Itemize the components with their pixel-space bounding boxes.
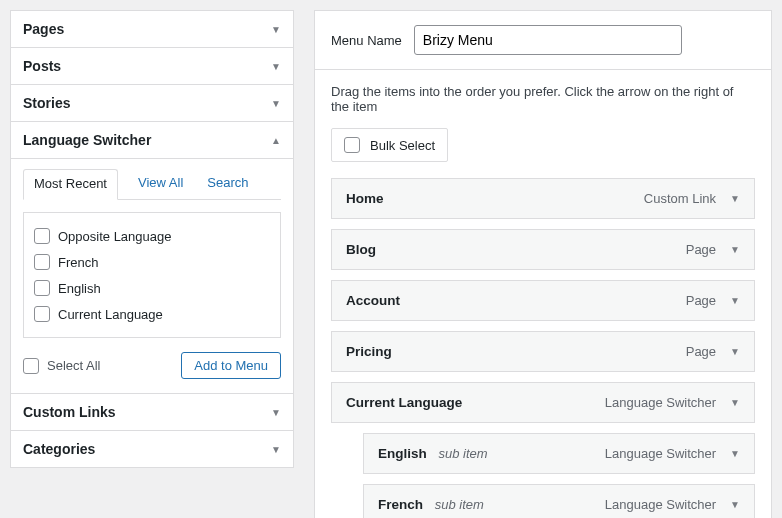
bulk-select-control[interactable]: Bulk Select: [331, 128, 448, 162]
list-item[interactable]: Current Language: [34, 301, 270, 327]
chevron-down-icon[interactable]: ▼: [730, 499, 740, 510]
menu-item-home[interactable]: Home Custom Link ▼: [331, 178, 755, 219]
menu-item-french[interactable]: French sub item Language Switcher ▼: [363, 484, 755, 518]
chevron-down-icon: ▼: [271, 24, 281, 35]
menu-item-type: Language Switcher: [605, 395, 716, 410]
checkbox-label: English: [58, 281, 101, 296]
checkbox[interactable]: [34, 280, 50, 296]
menu-item-title: French sub item: [378, 497, 484, 512]
sub-item-label: sub item: [439, 446, 488, 461]
metabox-posts: Posts ▼: [10, 47, 294, 85]
list-item[interactable]: English: [34, 275, 270, 301]
chevron-down-icon[interactable]: ▼: [730, 244, 740, 255]
checkbox[interactable]: [23, 358, 39, 374]
menu-item-type: Page: [686, 242, 716, 257]
menu-item-account[interactable]: Account Page ▼: [331, 280, 755, 321]
sub-item-label: sub item: [435, 497, 484, 512]
metabox-language-switcher: Language Switcher ▲ Most Recent View All…: [10, 121, 294, 394]
menu-name-label: Menu Name: [331, 33, 402, 48]
menu-item-title: Account: [346, 293, 400, 308]
menu-item-title: Home: [346, 191, 384, 206]
checkbox[interactable]: [344, 137, 360, 153]
metabox-header-custom-links[interactable]: Custom Links ▼: [11, 394, 293, 430]
menu-item-current-language[interactable]: Current Language Language Switcher ▼: [331, 382, 755, 423]
metabox-body-language-switcher: Most Recent View All Search Opposite Lan…: [11, 158, 293, 393]
chevron-down-icon[interactable]: ▼: [730, 295, 740, 306]
metabox-pages: Pages ▼: [10, 10, 294, 48]
menu-item-title: Blog: [346, 242, 376, 257]
menu-item-type: Custom Link: [644, 191, 716, 206]
list-item[interactable]: French: [34, 249, 270, 275]
checkbox-label: Opposite Language: [58, 229, 171, 244]
metabox-header-stories[interactable]: Stories ▼: [11, 85, 293, 121]
chevron-down-icon: ▼: [271, 444, 281, 455]
menu-items-area: Home Custom Link ▼ Blog Page ▼ Account P…: [315, 178, 771, 518]
chevron-down-icon[interactable]: ▼: [730, 397, 740, 408]
metabox-footer: Select All Add to Menu: [23, 352, 281, 379]
tab-search[interactable]: Search: [203, 169, 252, 199]
instruction-text: Drag the items into the order you prefer…: [315, 70, 771, 122]
select-all-control[interactable]: Select All: [23, 358, 100, 374]
metabox-title: Categories: [23, 441, 95, 457]
chevron-down-icon: ▼: [271, 61, 281, 72]
menu-item-blog[interactable]: Blog Page ▼: [331, 229, 755, 270]
metabox-title: Language Switcher: [23, 132, 151, 148]
main-header: Menu Name: [315, 11, 771, 70]
metabox-header-language-switcher[interactable]: Language Switcher ▲: [11, 122, 293, 158]
chevron-down-icon[interactable]: ▼: [730, 448, 740, 459]
menu-item-type: Language Switcher: [605, 446, 716, 461]
metabox-title: Stories: [23, 95, 70, 111]
sidebar: Pages ▼ Posts ▼ Stories ▼ Language Switc…: [10, 10, 294, 518]
bulk-select-row: Bulk Select: [315, 122, 771, 178]
checkbox[interactable]: [34, 228, 50, 244]
menu-item-title: English sub item: [378, 446, 488, 461]
add-to-menu-button[interactable]: Add to Menu: [181, 352, 281, 379]
metabox-title: Pages: [23, 21, 64, 37]
metabox-header-categories[interactable]: Categories ▼: [11, 431, 293, 467]
checkbox-label: Current Language: [58, 307, 163, 322]
metabox-stories: Stories ▼: [10, 84, 294, 122]
checkbox-list: Opposite Language French English Current…: [23, 212, 281, 338]
bulk-select-label: Bulk Select: [370, 138, 435, 153]
chevron-down-icon: ▼: [271, 407, 281, 418]
chevron-down-icon: ▼: [271, 98, 281, 109]
list-item[interactable]: Opposite Language: [34, 223, 270, 249]
menu-item-title: Pricing: [346, 344, 392, 359]
main-panel: Menu Name Drag the items into the order …: [314, 10, 772, 518]
menu-name-input[interactable]: [414, 25, 682, 55]
chevron-down-icon[interactable]: ▼: [730, 346, 740, 357]
metabox-categories: Categories ▼: [10, 430, 294, 468]
checkbox-label: French: [58, 255, 98, 270]
chevron-up-icon: ▲: [271, 135, 281, 146]
tabs: Most Recent View All Search: [23, 169, 281, 200]
menu-item-type: Page: [686, 344, 716, 359]
metabox-custom-links: Custom Links ▼: [10, 393, 294, 431]
metabox-header-pages[interactable]: Pages ▼: [11, 11, 293, 47]
menu-item-type: Language Switcher: [605, 497, 716, 512]
tab-view-all[interactable]: View All: [134, 169, 187, 199]
checkbox[interactable]: [34, 306, 50, 322]
metabox-title: Posts: [23, 58, 61, 74]
menu-item-type: Page: [686, 293, 716, 308]
menu-item-english[interactable]: English sub item Language Switcher ▼: [363, 433, 755, 474]
chevron-down-icon[interactable]: ▼: [730, 193, 740, 204]
menu-item-title: Current Language: [346, 395, 462, 410]
metabox-header-posts[interactable]: Posts ▼: [11, 48, 293, 84]
menu-item-pricing[interactable]: Pricing Page ▼: [331, 331, 755, 372]
checkbox[interactable]: [34, 254, 50, 270]
tab-most-recent[interactable]: Most Recent: [23, 169, 118, 200]
metabox-title: Custom Links: [23, 404, 116, 420]
select-all-label: Select All: [47, 358, 100, 373]
